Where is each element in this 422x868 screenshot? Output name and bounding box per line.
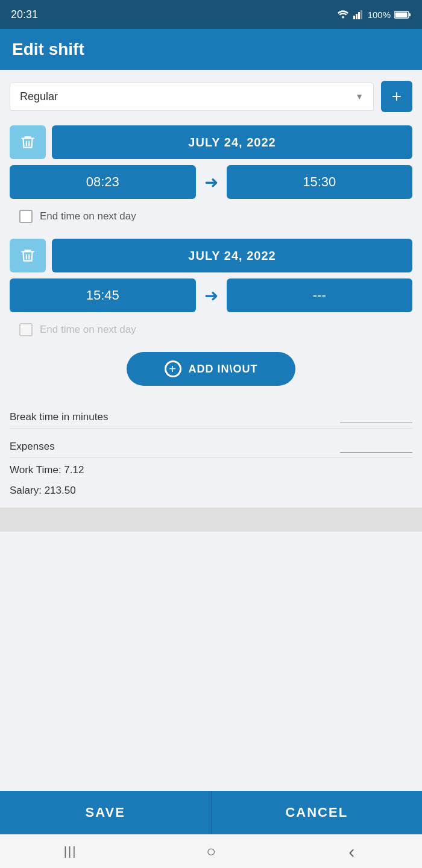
- add-inout-button[interactable]: + ADD IN\OUT: [127, 352, 295, 386]
- start-time-1-button[interactable]: 08:23: [10, 165, 196, 199]
- break-time-field: Break time in minutes: [10, 399, 412, 429]
- save-button[interactable]: SAVE: [0, 791, 211, 834]
- status-icons: 100%: [336, 10, 411, 20]
- svg-rect-3: [361, 10, 362, 19]
- svg-rect-0: [353, 16, 355, 19]
- action-buttons: SAVE CANCEL: [0, 791, 422, 834]
- next-day-row-2: End time on next day: [10, 318, 412, 340]
- battery-text: 100%: [368, 10, 391, 20]
- expenses-label: Expenses: [10, 441, 55, 453]
- date-row-1: JULY 24, 2022: [10, 125, 412, 159]
- nav-home-icon[interactable]: ○: [193, 840, 229, 864]
- next-day-checkbox-1[interactable]: [19, 210, 33, 223]
- delete-entry-1-button[interactable]: [10, 125, 46, 159]
- next-day-checkbox-2[interactable]: [19, 323, 33, 336]
- work-time-value: Work Time: 7.12: [10, 464, 84, 476]
- end-time-2-button[interactable]: ---: [227, 278, 413, 312]
- status-time: 20:31: [11, 8, 38, 21]
- break-time-label: Break time in minutes: [10, 411, 108, 423]
- work-time-row: Work Time: 7.12: [10, 458, 412, 479]
- cancel-button[interactable]: CANCEL: [211, 791, 423, 834]
- arrow-right-icon-2: ➜: [196, 286, 227, 306]
- gray-strip: [0, 508, 422, 532]
- next-day-row-1: End time on next day: [10, 205, 412, 227]
- trash-icon: [20, 134, 36, 150]
- wifi-icon: [336, 10, 350, 19]
- end-time-1-button[interactable]: 15:30: [227, 165, 413, 199]
- main-content: Regular ▼ + JULY 24, 2022 08:23 ➜ 15:30 …: [0, 70, 422, 791]
- shift-type-value: Regular: [20, 90, 58, 103]
- break-time-input[interactable]: [340, 410, 412, 423]
- expenses-input[interactable]: [340, 439, 412, 453]
- add-circle-icon: +: [165, 360, 181, 377]
- salary-row: Salary: 213.50: [10, 479, 412, 499]
- shift-entry-2: JULY 24, 2022 15:45 ➜ --- End time on ne…: [10, 239, 412, 340]
- add-shift-button[interactable]: +: [381, 81, 412, 112]
- shift-type-row: Regular ▼ +: [10, 81, 412, 112]
- next-day-label-2: End time on next day: [40, 324, 136, 336]
- svg-rect-5: [395, 12, 408, 17]
- shift-entry-1: JULY 24, 2022 08:23 ➜ 15:30 End time on …: [10, 125, 412, 227]
- date-picker-1-button[interactable]: JULY 24, 2022: [52, 125, 412, 159]
- app-header: Edit shift: [0, 29, 422, 70]
- add-inout-label: ADD IN\OUT: [189, 363, 258, 376]
- nav-back-icon[interactable]: ‹: [333, 840, 370, 864]
- svg-rect-2: [358, 12, 360, 19]
- delete-entry-2-button[interactable]: [10, 239, 46, 272]
- time-row-1: 08:23 ➜ 15:30: [10, 165, 412, 199]
- date-picker-2-button[interactable]: JULY 24, 2022: [52, 239, 412, 272]
- expenses-field: Expenses: [10, 429, 412, 458]
- shift-type-dropdown[interactable]: Regular ▼: [10, 83, 374, 111]
- nav-bar: ||| ○ ‹: [0, 834, 422, 868]
- svg-rect-6: [409, 13, 411, 16]
- status-bar: 20:31 100%: [0, 0, 422, 29]
- time-row-2: 15:45 ➜ ---: [10, 278, 412, 312]
- start-time-2-button[interactable]: 15:45: [10, 278, 196, 312]
- page-title: Edit shift: [12, 40, 84, 58]
- salary-value: Salary: 213.50: [10, 485, 76, 496]
- signal-icon: [353, 10, 364, 19]
- chevron-down-icon: ▼: [355, 92, 364, 101]
- nav-menu-icon[interactable]: |||: [52, 840, 89, 864]
- trash-icon-2: [20, 248, 36, 263]
- next-day-label-1: End time on next day: [40, 210, 136, 222]
- date-row-2: JULY 24, 2022: [10, 239, 412, 272]
- battery-icon: [394, 10, 411, 19]
- svg-rect-1: [356, 14, 357, 19]
- arrow-right-icon: ➜: [196, 172, 227, 192]
